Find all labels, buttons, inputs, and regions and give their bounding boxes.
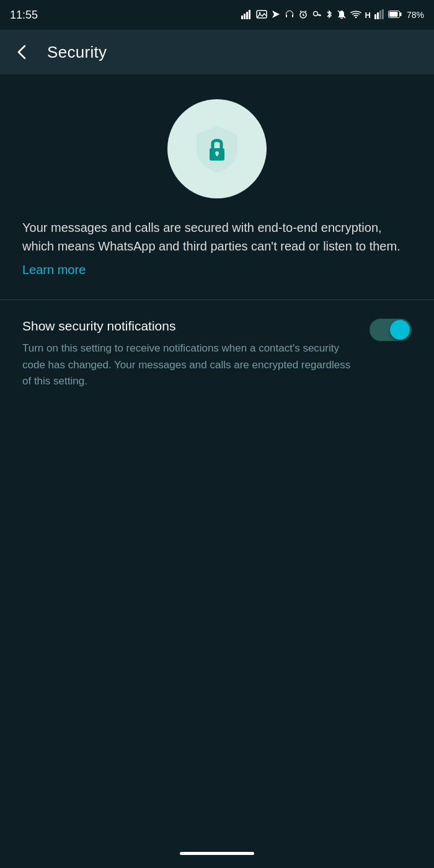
security-icon-circle bbox=[167, 99, 267, 198]
svg-point-5 bbox=[259, 12, 260, 14]
setting-title: Show security notifications bbox=[22, 317, 355, 334]
h-network-icon: H bbox=[365, 11, 371, 20]
settings-section: Show security notifications Turn on this… bbox=[0, 300, 434, 417]
svg-rect-24 bbox=[389, 12, 398, 17]
svg-rect-1 bbox=[244, 14, 246, 19]
svg-line-13 bbox=[305, 11, 306, 12]
svg-rect-28 bbox=[216, 153, 218, 156]
hero-icon-container bbox=[22, 99, 412, 198]
signal-icon bbox=[241, 9, 252, 21]
notifications-toggle[interactable] bbox=[370, 319, 412, 341]
encryption-description: Your messages and calls are secured with… bbox=[22, 218, 412, 255]
status-icons: H 78% bbox=[241, 9, 424, 21]
back-button[interactable] bbox=[12, 42, 32, 62]
app-bar: Security bbox=[0, 30, 434, 74]
nav-bar bbox=[0, 838, 434, 868]
alarm-icon bbox=[298, 9, 308, 21]
cell-signal-icon bbox=[374, 9, 384, 21]
page-title: Security bbox=[47, 43, 107, 62]
status-bar: 11:55 bbox=[0, 0, 434, 30]
toggle-container[interactable] bbox=[370, 319, 412, 341]
battery-icon bbox=[388, 10, 402, 20]
svg-rect-2 bbox=[246, 12, 248, 19]
hero-section: Your messages and calls are secured with… bbox=[0, 74, 434, 299]
battery-percent: 78% bbox=[407, 10, 424, 20]
svg-rect-0 bbox=[241, 16, 243, 19]
security-notifications-row[interactable]: Show security notifications Turn on this… bbox=[22, 317, 412, 389]
wifi-icon bbox=[350, 10, 361, 20]
silent-icon bbox=[337, 9, 347, 21]
content-area: Your messages and calls are secured with… bbox=[0, 74, 434, 417]
svg-rect-21 bbox=[379, 11, 381, 19]
headset-icon bbox=[285, 9, 294, 21]
svg-line-12 bbox=[300, 11, 301, 12]
svg-point-14 bbox=[313, 11, 317, 16]
status-time: 11:55 bbox=[10, 9, 38, 22]
learn-more-link[interactable]: Learn more bbox=[22, 263, 86, 277]
toggle-knob bbox=[390, 320, 410, 340]
svg-rect-7 bbox=[286, 16, 287, 17]
svg-rect-20 bbox=[377, 12, 379, 19]
image-icon bbox=[256, 9, 267, 21]
svg-rect-8 bbox=[292, 16, 293, 17]
vpn-icon bbox=[312, 9, 322, 21]
svg-rect-22 bbox=[382, 9, 384, 19]
send-icon bbox=[271, 9, 281, 21]
svg-rect-19 bbox=[374, 14, 376, 19]
bluetooth-icon bbox=[326, 9, 333, 21]
svg-rect-3 bbox=[249, 10, 250, 19]
svg-rect-25 bbox=[400, 12, 402, 16]
svg-marker-6 bbox=[272, 11, 280, 18]
setting-description: Turn on this setting to receive notifica… bbox=[22, 340, 355, 389]
setting-text-container: Show security notifications Turn on this… bbox=[22, 317, 370, 389]
home-indicator bbox=[180, 852, 254, 855]
shield-lock-svg bbox=[189, 121, 245, 177]
